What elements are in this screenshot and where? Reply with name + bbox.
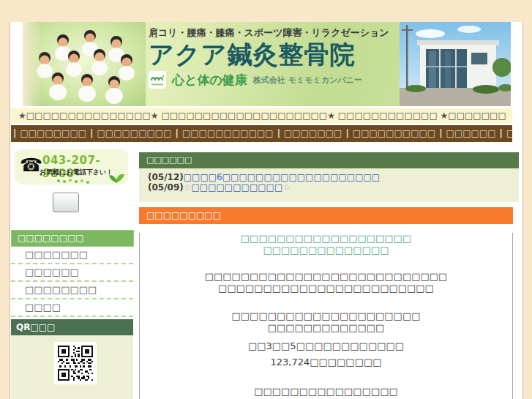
star-icon: ☆ xyxy=(184,182,192,193)
staff-photo xyxy=(23,22,146,106)
nav-separator: | xyxy=(498,128,505,138)
phone-caption: お気軽にお電話下さい！ xyxy=(40,168,113,177)
menu-item-3[interactable]: □□□□□□□□ xyxy=(11,282,133,299)
menu-item-4[interactable]: □□□□ xyxy=(11,299,133,317)
nav-separator: | xyxy=(88,128,95,138)
main-nav: |□□□□□□□□|□□□□□□□□□|□□□□□□□□□□□|□□□□□□□|… xyxy=(11,125,512,142)
site-title: アクア鍼灸整骨院 xyxy=(149,40,412,69)
intro-text-line: □□□□□□□□□□□□□□ xyxy=(140,245,512,256)
body-text-line: □□□□□□□□□□□□□□□□□□□□□□□□ xyxy=(140,283,512,294)
header-text-block: 肩コリ・腰痛・膝痛・スポーツ障害・リラクゼーション アクア鍼灸整骨院 心と体の健… xyxy=(149,22,412,89)
clinic-building-photo xyxy=(400,22,511,106)
nav-separator: | xyxy=(343,128,351,138)
nav-item-5[interactable]: □□□□□□□□□□ xyxy=(351,128,437,138)
dots-decoration xyxy=(57,179,60,182)
news-link[interactable]: □□□□□□□□□□□ xyxy=(192,182,283,193)
menu-header: □□□□□□□□ xyxy=(11,230,134,247)
body-text-line: □□3□□5□□□□□□□□□□□□ xyxy=(140,340,512,352)
news-list: (05/12)□□□□6□□□□□□□□□□□□□□□□□□□ (05/09)☆… xyxy=(139,168,519,202)
news-link[interactable]: □□□□6□□□□□□□□□□□□□□□□□□□ xyxy=(184,172,380,182)
sidebar-menu: □□□□□□□□ □□□□□□□ □□□□□□ □□□□□□□□ □□□□ xyxy=(11,230,135,317)
news-header: □□□□□□ xyxy=(139,152,519,168)
small-button[interactable] xyxy=(53,193,79,212)
header-banner: 肩コリ・腰痛・膝痛・スポーツ障害・リラクゼーション アクア鍼灸整骨院 心と体の健… xyxy=(23,22,511,106)
nav-item-4[interactable]: □□□□□□□ xyxy=(282,128,343,138)
nav-item-6[interactable]: □□□□□□ xyxy=(445,128,498,138)
body-text-line: □□□□□□□□□□□□□□□□□□□□□ xyxy=(140,310,512,322)
momimomi-logo-icon xyxy=(149,71,166,89)
news-date: (05/09) xyxy=(148,182,184,193)
body-text-line: □□□□□□□□□□□□□□□□ xyxy=(140,386,512,398)
header-tagline: 肩コリ・腰痛・膝痛・スポーツ障害・リラクゼーション xyxy=(149,27,412,38)
nav-item-3[interactable]: □□□□□□□□□□□ xyxy=(181,128,275,138)
intro-text-line: □□□□□□□□□□□□□□□□□□□ xyxy=(140,233,512,245)
nav-separator: | xyxy=(275,128,282,138)
section-header: □□□□□□□□□ xyxy=(139,207,513,224)
star-icon: ☆ xyxy=(282,182,291,193)
header-company: 株式会社 モミモミカンパニー xyxy=(253,75,362,86)
nav-separator: | xyxy=(173,128,181,138)
phone-banner: ☎ 043-207-9800 お気軽にお電話下さい！ xyxy=(15,149,128,184)
site-wrapper: 肩コリ・腰痛・膝痛・スポーツ障害・リラクゼーション アクア鍼灸整骨院 心と体の健… xyxy=(10,22,523,399)
nav-item-1[interactable]: □□□□□□□□ xyxy=(18,128,88,138)
qr-section-header: QR□□□ xyxy=(11,319,133,335)
header-subtitle: 心と体の健康 xyxy=(172,72,247,89)
news-item: (05/12)□□□□6□□□□□□□□□□□□□□□□□□□ xyxy=(148,172,519,182)
visitor-count-line: 123,724□□□□□□□□ xyxy=(140,357,512,368)
body-text-line: □□□□□□□□□□□□□□□□□□□□□□□□□□□ xyxy=(140,271,512,283)
nav-separator: | xyxy=(437,128,444,138)
nav-separator: | xyxy=(11,128,18,138)
news-item: (05/09)☆□□□□□□□□□□□☆ xyxy=(148,182,519,193)
menu-item-2[interactable]: □□□□□□ xyxy=(11,264,133,282)
content-box: □□□□□□□□□□□□□□□□□□□ □□□□□□□□□□□□□□ □□□□□… xyxy=(139,233,513,399)
notice-ticker: ★□□□□□□□□□□□□□□□★ □□□□□□□□□□□□□□□□□□□□★ … xyxy=(11,108,512,123)
body-text-line: □□□□□□□□□□□□□ xyxy=(140,322,512,334)
qr-section-body xyxy=(11,335,133,399)
nav-item-2[interactable]: □□□□□□□□□ xyxy=(95,128,173,138)
sprout-icon xyxy=(108,171,125,183)
qr-code xyxy=(58,346,93,381)
menu-item-1[interactable]: □□□□□□□ xyxy=(11,247,133,264)
news-date: (05/12) xyxy=(148,172,184,182)
nav-item-7[interactable]: □□□□ xyxy=(505,128,512,138)
sidebar: ☎ 043-207-9800 お気軽にお電話下さい！ □□□□□□□□ □□□□… xyxy=(11,148,135,399)
main-column: □□□□□□ (05/12)□□□□6□□□□□□□□□□□□□□□□□□□ (… xyxy=(139,152,520,399)
